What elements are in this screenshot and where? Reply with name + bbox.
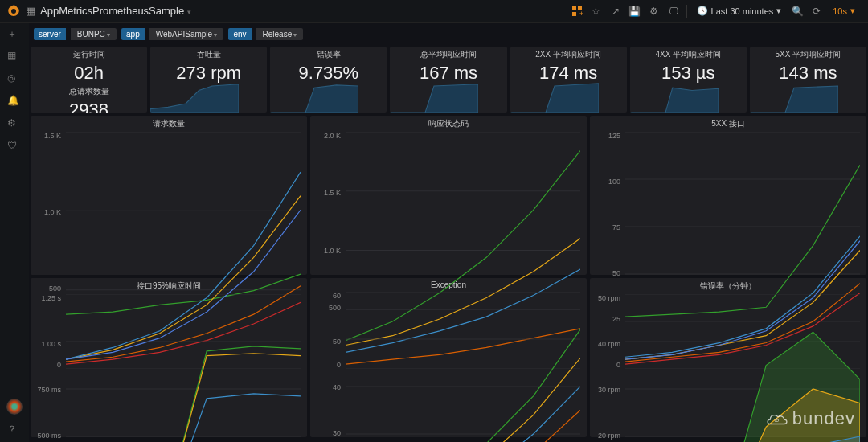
filter-server-value[interactable]: BUNPC bbox=[71, 28, 117, 40]
sidebar: ＋ ▦ ◎ 🔔 ⚙ 🛡 ？ bbox=[0, 23, 29, 442]
chart-plot[interactable] bbox=[625, 294, 860, 442]
stat-avg2xx[interactable]: 2XX 平均响应时间 174 ms bbox=[510, 47, 627, 113]
cycle-view-button[interactable]: 🖵 bbox=[664, 2, 683, 20]
sparkline-icon bbox=[630, 77, 719, 113]
admin-icon[interactable]: 🛡 bbox=[7, 140, 22, 154]
chart-title: 请求数量 bbox=[31, 116, 307, 132]
add-icon[interactable]: ＋ bbox=[7, 27, 22, 42]
svg-rect-3 bbox=[572, 12, 576, 16]
share-button[interactable]: ↗ bbox=[606, 2, 625, 20]
grid-icon[interactable]: ▦ bbox=[26, 5, 35, 17]
stat-runtime-label: 运行时间 bbox=[31, 47, 147, 63]
svg-text:+: + bbox=[579, 10, 583, 17]
chart-plot[interactable] bbox=[66, 294, 301, 442]
svg-point-0 bbox=[11, 9, 16, 14]
refresh-button[interactable]: ⟳ bbox=[807, 2, 826, 20]
stat-requests-value: 2938 bbox=[31, 100, 147, 113]
filter-server-label: server bbox=[34, 28, 66, 40]
zoom-out-button[interactable]: 🔍 bbox=[788, 2, 807, 20]
filter-app-value[interactable]: WebAPISample bbox=[149, 28, 224, 40]
chart-exception[interactable]: Exception 605040302010 13:5514:0014:0514… bbox=[310, 278, 587, 437]
chart-title: 响应状态码 bbox=[310, 116, 587, 132]
alerting-icon[interactable]: 🔔 bbox=[7, 95, 22, 109]
settings-button[interactable]: ⚙ bbox=[645, 2, 664, 20]
chart-title: 5XX 接口 bbox=[590, 116, 866, 132]
main: server BUNPC app WebAPISample env Releas… bbox=[29, 23, 868, 442]
chart-plot[interactable] bbox=[346, 292, 580, 442]
star-button[interactable]: ☆ bbox=[587, 2, 606, 20]
explore-icon[interactable]: ◎ bbox=[7, 72, 22, 87]
chart-p95[interactable]: 接口95%响应时间 1.25 s1.00 s750 ms500 ms250 ms… bbox=[31, 278, 307, 437]
add-panel-button[interactable]: + bbox=[567, 2, 587, 20]
filter-env-label: env bbox=[228, 28, 251, 40]
chart-requests[interactable]: 请求数量 1.5 K1.0 K5000 13:5514:0014:0514:10… bbox=[31, 116, 307, 275]
refresh-interval-button[interactable]: 10s ▾ bbox=[826, 2, 862, 20]
chart-status[interactable]: 响应状态码 2.0 K1.5 K1.0 K5000 13:5514:0014:0… bbox=[310, 116, 587, 275]
filter-env-value[interactable]: Release bbox=[256, 28, 304, 40]
y-axis: 50 rpm40 rpm30 rpm20 rpm10 rpm0 rpm bbox=[590, 294, 624, 442]
sparkline-icon bbox=[270, 77, 358, 113]
y-axis: 605040302010 bbox=[310, 292, 344, 442]
stat-throughput[interactable]: 吞吐量 273 rpm bbox=[150, 47, 267, 113]
grafana-logo-icon bbox=[6, 4, 21, 18]
topbar: ▦ AppMetricsPrometheusSample ▾ + ☆ ↗ 💾 ⚙… bbox=[0, 0, 868, 23]
stat-avg5xx[interactable]: 5XX 平均响应时间 143 ms bbox=[750, 47, 866, 113]
chart-errmin[interactable]: 错误率（分钟） 50 rpm40 rpm30 rpm20 rpm10 rpm0 … bbox=[590, 278, 866, 437]
stat-runtime-value: 02h bbox=[31, 63, 147, 84]
time-range-button[interactable]: 🕓 Last 30 minutes ▾ bbox=[690, 2, 788, 20]
svg-rect-1 bbox=[572, 6, 576, 10]
stat-avg[interactable]: 总平均响应时间 167 ms bbox=[390, 47, 506, 113]
y-axis: 1.25 s1.00 s750 ms500 ms250 ms0 ns bbox=[31, 294, 64, 442]
sparkline-icon bbox=[510, 77, 599, 113]
sparkline-icon bbox=[750, 77, 838, 113]
variable-filters: server BUNPC app WebAPISample env Releas… bbox=[29, 24, 868, 43]
stat-error-rate[interactable]: 错误率 9.735% bbox=[270, 47, 387, 113]
stat-requests-label: 总请求数量 bbox=[31, 84, 147, 100]
stat-avg4xx[interactable]: 4XX 平均响应时间 153 µs bbox=[630, 47, 747, 113]
save-button[interactable]: 💾 bbox=[625, 2, 645, 20]
stat-runtime-requests[interactable]: 运行时间 02h 总请求数量 2938 bbox=[31, 47, 147, 113]
filter-app-label: app bbox=[121, 28, 145, 40]
dashboard-title[interactable]: AppMetricsPrometheusSample ▾ bbox=[40, 5, 191, 17]
chart-fxx[interactable]: 5XX 接口 1251007550250 13:5514:0014:0514:1… bbox=[590, 116, 866, 275]
dashboards-icon[interactable]: ▦ bbox=[7, 50, 22, 64]
configuration-icon[interactable]: ⚙ bbox=[7, 117, 22, 132]
sparkline-icon bbox=[390, 77, 478, 113]
sparkline-icon bbox=[150, 77, 239, 113]
user-avatar[interactable] bbox=[6, 399, 23, 415]
help-icon[interactable]: ？ bbox=[7, 423, 22, 437]
